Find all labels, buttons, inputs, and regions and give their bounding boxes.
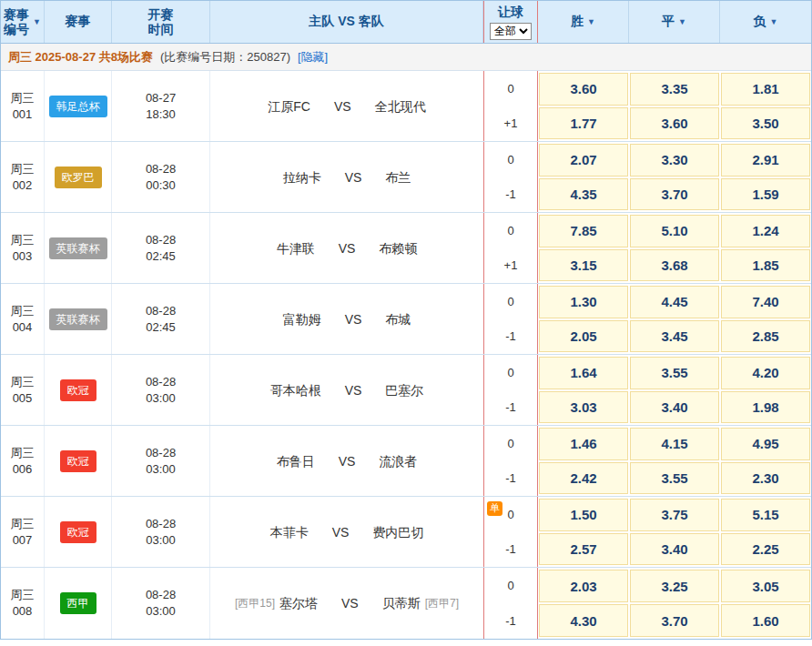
league-cell: 韩足总杯 bbox=[45, 71, 112, 141]
lose-caret-icon[interactable]: ▼ bbox=[770, 18, 778, 26]
odds-lose[interactable]: 1.60 bbox=[721, 604, 810, 637]
odds-win[interactable]: 7.85 bbox=[539, 215, 628, 247]
odds-draw[interactable]: 3.40 bbox=[630, 533, 719, 566]
odds-lose[interactable]: 4.95 bbox=[721, 428, 810, 460]
odds-lose[interactable]: 7.40 bbox=[721, 286, 810, 318]
odds-win[interactable]: 2.57 bbox=[539, 533, 628, 566]
header-match-no-line2: 编号 bbox=[4, 22, 29, 36]
sort-caret-icon[interactable]: ▼ bbox=[33, 18, 41, 26]
league-cell: 英联赛杯 bbox=[45, 284, 112, 354]
handicap-value: 0 bbox=[507, 579, 513, 592]
odds-draw[interactable]: 3.68 bbox=[630, 249, 719, 282]
league-badge[interactable]: 欧冠 bbox=[60, 450, 96, 472]
kickoff-cell: 08-28 03:00 bbox=[112, 355, 210, 425]
match-number-cell: 周三 004 bbox=[1, 284, 45, 354]
handicap-cell: 0 bbox=[484, 213, 537, 248]
odds-win[interactable]: 1.46 bbox=[539, 428, 628, 460]
odds-lose[interactable]: 4.20 bbox=[721, 357, 810, 389]
odds-grid: 2.07 3.30 2.91 4.35 3.70 1.59 bbox=[538, 142, 811, 212]
handicap-filter-select[interactable]: 全部 bbox=[490, 23, 532, 40]
odds-draw[interactable]: 3.75 bbox=[630, 499, 719, 531]
draw-caret-icon[interactable]: ▼ bbox=[678, 18, 686, 26]
handicap-cell: +1 bbox=[484, 106, 537, 142]
odds-win[interactable]: 1.50 bbox=[539, 499, 628, 531]
match-day: 周三 bbox=[11, 303, 35, 319]
handicap-cell: -1 bbox=[484, 177, 537, 213]
match-day: 周三 bbox=[11, 232, 35, 248]
odds-lose[interactable]: 2.85 bbox=[721, 320, 810, 353]
kickoff-cell: 08-28 03:00 bbox=[112, 568, 210, 639]
kickoff-time: 18:30 bbox=[146, 106, 176, 123]
odds-lose[interactable]: 2.30 bbox=[721, 462, 810, 495]
league-badge[interactable]: 欧冠 bbox=[60, 521, 96, 543]
away-team: 流浪者 bbox=[379, 453, 417, 469]
odds-lose[interactable]: 3.50 bbox=[721, 107, 810, 140]
match-day: 周三 bbox=[11, 374, 35, 390]
odds-draw[interactable]: 3.30 bbox=[630, 144, 719, 177]
odds-draw[interactable]: 3.25 bbox=[630, 570, 719, 602]
odds-draw[interactable]: 3.45 bbox=[630, 320, 719, 353]
handicap-cell: -1 bbox=[484, 603, 537, 639]
day-summary: 周三 2025-08-27 共8场比赛 bbox=[8, 49, 153, 66]
odds-lose[interactable]: 5.15 bbox=[721, 499, 810, 531]
odds-win[interactable]: 1.77 bbox=[539, 107, 628, 140]
odds-win[interactable]: 2.07 bbox=[539, 144, 628, 177]
league-cell: 西甲 bbox=[45, 568, 112, 639]
odds-win[interactable]: 1.30 bbox=[539, 286, 628, 318]
odds-draw[interactable]: 4.15 bbox=[630, 428, 719, 460]
odds-lose[interactable]: 1.81 bbox=[721, 73, 810, 106]
odds-draw[interactable]: 3.55 bbox=[630, 357, 719, 389]
odds-lose[interactable]: 1.59 bbox=[721, 178, 810, 211]
league-badge[interactable]: 欧冠 bbox=[60, 379, 96, 401]
kickoff-time: 03:00 bbox=[146, 603, 176, 620]
handicap-cell: -1 bbox=[484, 390, 537, 426]
odds-draw[interactable]: 3.55 bbox=[630, 462, 719, 495]
league-cell: 欧冠 bbox=[45, 497, 112, 567]
odds-draw[interactable]: 4.45 bbox=[630, 286, 719, 318]
odds-lose[interactable]: 1.98 bbox=[721, 391, 810, 424]
odds-win[interactable]: 2.42 bbox=[539, 462, 628, 495]
handicap-column: 0 -1 bbox=[483, 284, 538, 354]
league-cell: 欧罗巴 bbox=[45, 142, 112, 212]
odds-grid: 3.60 3.35 1.81 1.77 3.60 3.50 bbox=[538, 71, 811, 141]
home-rank: [西甲15] bbox=[235, 595, 275, 611]
odds-grid: 1.30 4.45 7.40 2.05 3.45 2.85 bbox=[538, 284, 811, 354]
match-day: 周三 bbox=[11, 516, 35, 532]
league-badge[interactable]: 欧罗巴 bbox=[55, 167, 102, 188]
odds-lose[interactable]: 3.05 bbox=[721, 570, 810, 602]
teams-cell: 本菲卡 VS 费内巴切 bbox=[210, 497, 483, 567]
odds-lose[interactable]: 2.91 bbox=[721, 144, 810, 177]
odds-win[interactable]: 1.64 bbox=[539, 357, 628, 389]
league-badge[interactable]: 英联赛杯 bbox=[49, 237, 107, 259]
header-draw: 平 ▼ bbox=[629, 1, 720, 43]
match-number-cell: 周三 002 bbox=[1, 142, 45, 212]
odds-win[interactable]: 3.03 bbox=[539, 391, 628, 424]
league-badge[interactable]: 韩足总杯 bbox=[49, 96, 107, 117]
handicap-cell: -1 bbox=[484, 461, 537, 497]
odds-draw[interactable]: 3.70 bbox=[630, 604, 719, 637]
odds-lose[interactable]: 1.85 bbox=[721, 249, 810, 282]
match-day: 周三 bbox=[11, 90, 35, 106]
odds-lose[interactable]: 2.25 bbox=[721, 533, 810, 566]
kickoff-cell: 08-28 00:30 bbox=[112, 142, 210, 212]
odds-lose[interactable]: 1.24 bbox=[721, 215, 810, 247]
kickoff-date: 08-28 bbox=[146, 303, 176, 319]
odds-draw[interactable]: 3.40 bbox=[630, 391, 719, 424]
win-caret-icon[interactable]: ▼ bbox=[587, 18, 595, 26]
league-badge[interactable]: 西甲 bbox=[60, 592, 96, 614]
hide-link[interactable]: [隐藏] bbox=[298, 49, 328, 66]
odds-win[interactable]: 3.60 bbox=[539, 73, 628, 106]
handicap-column: 0 -1 bbox=[483, 426, 538, 496]
odds-win[interactable]: 4.35 bbox=[539, 178, 628, 211]
odds-draw[interactable]: 3.70 bbox=[630, 178, 719, 211]
odds-win[interactable]: 2.05 bbox=[539, 320, 628, 353]
odds-draw[interactable]: 5.10 bbox=[630, 215, 719, 247]
odds-win[interactable]: 2.03 bbox=[539, 570, 628, 602]
odds-draw[interactable]: 3.35 bbox=[630, 73, 719, 106]
kickoff-date: 08-28 bbox=[146, 587, 176, 603]
odds-draw[interactable]: 3.60 bbox=[630, 107, 719, 140]
odds-win[interactable]: 4.30 bbox=[539, 604, 628, 637]
odds-win[interactable]: 3.15 bbox=[539, 249, 628, 282]
odds-grid: 1.50 3.75 5.15 2.57 3.40 2.25 bbox=[538, 497, 811, 567]
league-badge[interactable]: 英联赛杯 bbox=[49, 308, 107, 330]
